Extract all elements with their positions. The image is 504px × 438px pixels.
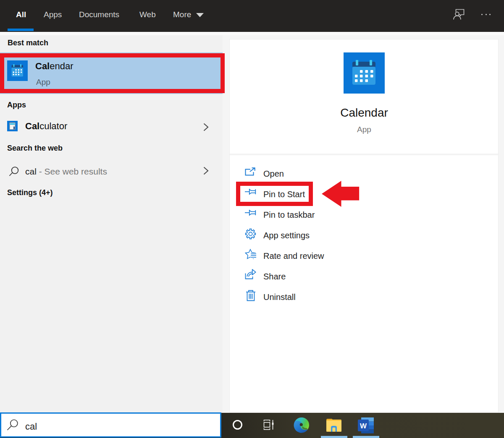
svg-text:W: W [360,422,367,430]
